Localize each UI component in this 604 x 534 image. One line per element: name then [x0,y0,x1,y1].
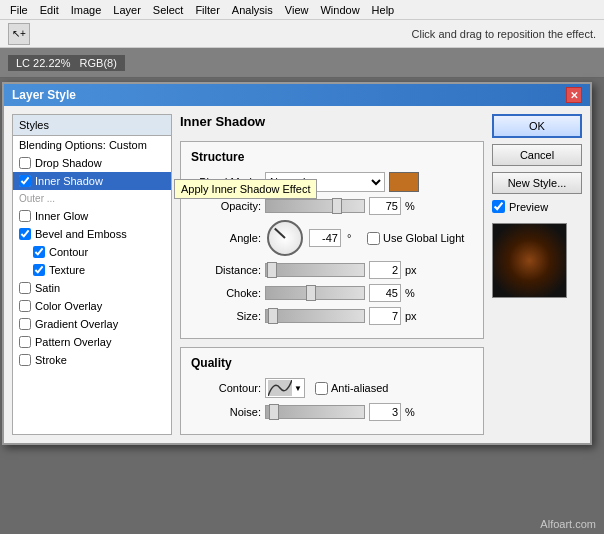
opacity-input[interactable]: 75 [369,197,401,215]
size-label: Size: [191,310,261,322]
distance-row: Distance: 2 px [191,261,473,279]
menu-layer[interactable]: Layer [107,2,147,18]
contour-dropdown[interactable]: ▼ [265,378,305,398]
styles-panel-header: Styles [13,115,171,136]
angle-label: Angle: [191,232,261,244]
noise-input[interactable]: 3 [369,403,401,421]
anti-aliased-container: Anti-aliased [315,382,388,395]
inner-glow-checkbox[interactable] [19,210,31,222]
contour-arrow-icon: ▼ [294,384,302,393]
blend-color-swatch[interactable] [389,172,419,192]
inner-shadow-header: Inner Shadow [180,114,484,129]
angle-input[interactable]: -47 [309,229,341,247]
toolbar-hint: Click and drag to reposition the effect. [412,28,596,40]
use-global-light-checkbox[interactable] [367,232,380,245]
texture-label: Texture [49,264,85,276]
style-inner-shadow[interactable]: Inner Shadow [13,172,171,190]
new-style-button[interactable]: New Style... [492,172,582,194]
inner-shadow-checkbox[interactable] [19,175,31,187]
opacity-row: Opacity: 75 % [191,197,473,215]
color-overlay-label: Color Overlay [35,300,102,312]
opacity-unit: % [405,200,419,212]
contour-label: Contour [49,246,88,258]
style-satin[interactable]: Satin [13,279,171,297]
style-texture[interactable]: Texture [13,261,171,279]
styles-panel: Styles Blending Options: Custom Drop Sha… [12,114,172,435]
anti-aliased-checkbox[interactable] [315,382,328,395]
stroke-checkbox[interactable] [19,354,31,366]
right-panel: OK Cancel New Style... Preview [492,114,582,435]
angle-dial[interactable] [267,220,303,256]
watermark: Alfoart.com [540,518,596,530]
structure-section: Structure Blend Mode: Normal Multiply Sc… [180,141,484,339]
contour-checkbox[interactable] [33,246,45,258]
distance-unit: px [405,264,419,276]
preview-thumbnail [492,223,567,298]
cancel-button[interactable]: Cancel [492,144,582,166]
opacity-slider[interactable] [265,199,365,213]
style-gradient-overlay[interactable]: Gradient Overlay [13,315,171,333]
menu-filter[interactable]: Filter [189,2,225,18]
pattern-overlay-checkbox[interactable] [19,336,31,348]
style-blending-options[interactable]: Blending Options: Custom [13,136,171,154]
distance-slider-container: 2 px [265,261,419,279]
bevel-emboss-checkbox[interactable] [19,228,31,240]
choke-slider[interactable] [265,286,365,300]
noise-row: Noise: 3 % [191,403,473,421]
drop-shadow-checkbox[interactable] [19,157,31,169]
layer-style-dialog: Layer Style ✕ Styles Blending Options: C… [2,82,592,445]
style-outer-glow[interactable]: Outer ... [13,190,171,207]
choke-input[interactable]: 45 [369,284,401,302]
menu-window[interactable]: Window [314,2,365,18]
size-row: Size: 7 px [191,307,473,325]
menu-analysis[interactable]: Analysis [226,2,279,18]
satin-checkbox[interactable] [19,282,31,294]
style-stroke[interactable]: Stroke [13,351,171,369]
distance-slider[interactable] [265,263,365,277]
size-unit: px [405,310,419,322]
menu-select[interactable]: Select [147,2,190,18]
move-tool[interactable]: ↖+ [8,23,30,45]
blend-mode-select[interactable]: Normal Multiply Screen Overlay [265,172,385,192]
opacity-slider-container: 75 % [265,197,419,215]
opacity-label: Opacity: [191,200,261,212]
stroke-label: Stroke [35,354,67,366]
blend-mode-row: Blend Mode: Normal Multiply Screen Overl… [191,172,473,192]
size-slider[interactable] [265,309,365,323]
style-contour[interactable]: Contour [13,243,171,261]
canvas-area: LC 22.22% RGB(8) [0,48,604,78]
ok-button[interactable]: OK [492,114,582,138]
blending-options-label: Blending Options: Custom [19,139,147,151]
style-bevel-emboss[interactable]: Bevel and Emboss [13,225,171,243]
style-color-overlay[interactable]: Color Overlay [13,297,171,315]
menubar: File Edit Image Layer Select Filter Anal… [0,0,604,20]
bevel-emboss-label: Bevel and Emboss [35,228,127,240]
distance-label: Distance: [191,264,261,276]
preview-checkbox[interactable] [492,200,505,213]
noise-slider[interactable] [265,405,365,419]
choke-unit: % [405,287,419,299]
style-drop-shadow[interactable]: Drop Shadow [13,154,171,172]
texture-checkbox[interactable] [33,264,45,276]
color-overlay-checkbox[interactable] [19,300,31,312]
dialog-titlebar: Layer Style ✕ [4,84,590,106]
menu-help[interactable]: Help [366,2,401,18]
pattern-overlay-label: Pattern Overlay [35,336,111,348]
inner-shadow-label: Inner Shadow [35,175,103,187]
menu-file[interactable]: File [4,2,34,18]
dialog-close-button[interactable]: ✕ [566,87,582,103]
canvas-tab[interactable]: LC 22.22% RGB(8) [8,55,125,71]
dialog-title: Layer Style [12,88,76,102]
style-inner-glow[interactable]: Inner Glow [13,207,171,225]
outer-glow-label: Outer ... [19,193,55,204]
style-pattern-overlay[interactable]: Pattern Overlay [13,333,171,351]
choke-row: Choke: 45 % [191,284,473,302]
gradient-overlay-checkbox[interactable] [19,318,31,330]
menu-view[interactable]: View [279,2,315,18]
size-input[interactable]: 7 [369,307,401,325]
distance-input[interactable]: 2 [369,261,401,279]
noise-unit: % [405,406,419,418]
dialog-body: Styles Blending Options: Custom Drop Sha… [4,106,590,443]
menu-image[interactable]: Image [65,2,108,18]
menu-edit[interactable]: Edit [34,2,65,18]
